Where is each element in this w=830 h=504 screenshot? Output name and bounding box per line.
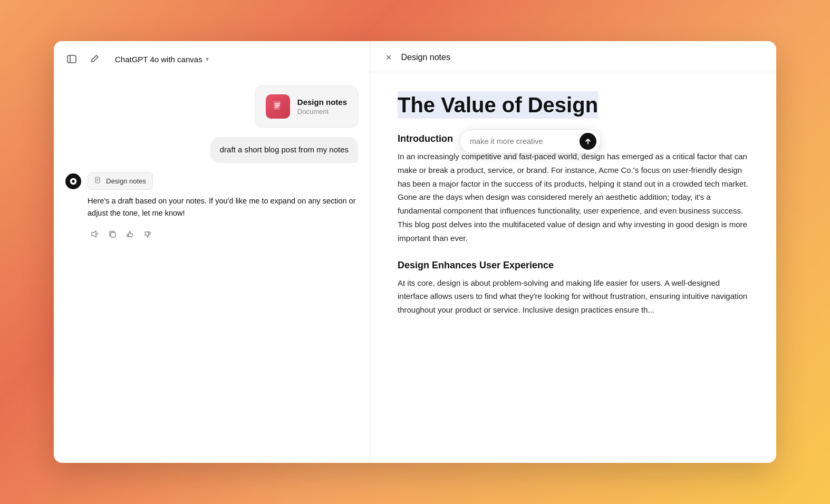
inline-edit-toolbar[interactable]: [460, 129, 601, 153]
copy-button[interactable]: [105, 228, 120, 241]
model-label: ChatGPT 4o with canvas: [115, 55, 202, 64]
new-chat-button[interactable]: [86, 51, 102, 67]
blog-post-title: The Value of Design: [398, 91, 598, 119]
svg-rect-10: [127, 234, 129, 237]
chat-content: Design notes Document draft a short blog…: [54, 75, 370, 463]
canvas-panel: × Design notes The Value of Design Intro…: [370, 41, 776, 463]
inline-send-button[interactable]: [580, 133, 596, 150]
chevron-down-icon: ▾: [206, 55, 209, 63]
doc-ref-badge[interactable]: Design notes: [88, 172, 153, 190]
user-message-bubble: draft a short blog post from my notes: [210, 137, 358, 163]
doc-info: Design notes Document: [297, 98, 347, 115]
sidebar-toggle-button[interactable]: [63, 51, 80, 67]
intro-body-text: In an increasingly competitive and fast-…: [398, 150, 751, 245]
canvas-header: × Design notes: [370, 41, 776, 72]
doc-small-icon: [94, 177, 102, 186]
volume-button[interactable]: [88, 227, 102, 241]
document-card[interactable]: Design notes Document: [255, 85, 358, 128]
doc-icon: [266, 94, 290, 119]
inline-edit-input[interactable]: [470, 137, 575, 146]
ai-action-buttons: [88, 227, 358, 241]
doc-card-type: Document: [297, 108, 347, 115]
svg-rect-11: [149, 232, 150, 235]
close-canvas-button[interactable]: ×: [383, 51, 395, 64]
model-selector-button[interactable]: ChatGPT 4o with canvas ▾: [111, 53, 213, 66]
main-window: ChatGPT 4o with canvas ▾ Design notes Do…: [54, 41, 776, 463]
chat-panel: ChatGPT 4o with canvas ▾ Design notes Do…: [54, 41, 370, 463]
section2-heading: Design Enhances User Experience: [398, 260, 751, 271]
doc-card-title: Design notes: [297, 98, 347, 106]
ai-message-content: Design notes Here's a draft based on you…: [88, 172, 358, 241]
section2: Design Enhances User Experience At its c…: [398, 260, 751, 317]
thumbs-up-button[interactable]: [123, 228, 137, 241]
ai-response-row: Design notes Here's a draft based on you…: [65, 172, 358, 241]
ai-avatar: [65, 173, 81, 189]
svg-rect-9: [111, 232, 115, 237]
section2-body-text: At its core, design is about problem-sol…: [398, 276, 751, 317]
svg-rect-0: [67, 55, 76, 63]
doc-ref-label: Design notes: [106, 177, 146, 185]
svg-marker-8: [92, 231, 96, 237]
canvas-content: The Value of Design Introduction In an i…: [370, 72, 776, 463]
canvas-title: Design notes: [401, 53, 450, 62]
ai-response-text: Here's a draft based on your notes. If y…: [88, 195, 358, 220]
thumbs-down-button[interactable]: [140, 228, 155, 241]
top-bar: ChatGPT 4o with canvas ▾: [54, 41, 370, 75]
